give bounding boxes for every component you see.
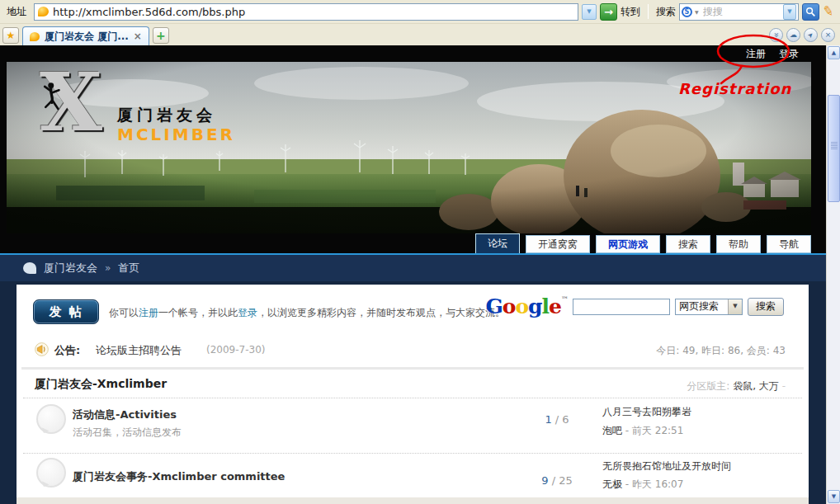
announcement-row: 公告: 论坛版主招聘公告 (2009-7-30) 今日: 49, 昨日: 86,…: [17, 336, 809, 365]
climber-silhouette-icon: [43, 82, 64, 115]
scrollbar-thumb[interactable]: [828, 95, 840, 202]
register-link[interactable]: 注册: [746, 47, 766, 61]
user-bar: 注册 登录: [7, 45, 819, 62]
registration-annotation-text: Registration: [678, 80, 791, 97]
logo-chinese-name: 厦门岩友会: [117, 105, 216, 126]
collapse-panel-button[interactable]: «: [769, 28, 783, 42]
last-post-info: 泡吧 - 前天 22:51: [602, 424, 683, 438]
pin-panel-button[interactable]: ➤: [804, 28, 818, 42]
forum-title-link[interactable]: 厦门岩友会事务-Xmclimber committee: [73, 469, 285, 484]
megaphone-icon: [35, 342, 49, 356]
section-divider: [21, 367, 804, 370]
site-favicon: [38, 7, 49, 16]
google-letter: G: [485, 294, 502, 318]
forum-stats: 今日: 49, 昨日: 86, 会员: 43: [656, 344, 786, 358]
magnifier-icon: [805, 7, 816, 17]
site-logo: X 厦门岩友会 MCLIMBER: [40, 70, 312, 169]
google-letter: o: [503, 294, 516, 318]
page-viewport: 注册 登录: [0, 45, 840, 504]
last-topic-link[interactable]: 无所畏抱石馆地址及开放时间: [602, 459, 731, 473]
tab-close-icon[interactable]: ×: [134, 31, 142, 41]
address-label: 地址: [2, 5, 31, 19]
nav-tab-forum[interactable]: 论坛: [475, 233, 520, 253]
soso-search-input[interactable]: [701, 5, 781, 18]
cloud-sync-button[interactable]: ☁: [786, 28, 800, 42]
collapse-toggle[interactable]: -: [782, 380, 786, 392]
browser-tab-active[interactable]: 厦门岩友会 厦门... ×: [22, 26, 149, 45]
announcement-link[interactable]: 论坛版主招聘公告: [96, 343, 182, 358]
category-moderators: 分区版主: 袋鼠, 大万 -: [687, 379, 786, 393]
google-scope-value: 网页搜索: [676, 299, 728, 313]
soso-history-dropdown-icon[interactable]: ▼: [783, 4, 796, 20]
panel-buttons: « ☁ ➤ ×: [769, 28, 835, 42]
category-header: 厦门岩友会-Xmclimber 分区版主: 袋鼠, 大万 -: [17, 370, 809, 397]
highlight-pencil-icon[interactable]: ✎: [822, 4, 835, 19]
new-post-button[interactable]: 发 帖: [33, 299, 99, 324]
welcome-pre: 你可以: [109, 307, 139, 318]
content-card: 发 帖 你可以注册一个帐号，并以此登录，以浏览更多精彩内容，并随时发布观点，与大…: [17, 285, 809, 504]
welcome-text: 你可以注册一个帐号，并以此登录，以浏览更多精彩内容，并随时发布观点，与大家交流。: [109, 306, 505, 320]
search-go-button[interactable]: [802, 3, 819, 21]
forum-title-link[interactable]: 活动信息-Activities: [73, 407, 177, 422]
close-panel-button[interactable]: ×: [821, 28, 835, 42]
google-search-button[interactable]: 搜索: [748, 298, 784, 316]
moderators-label: 分区版主:: [687, 380, 729, 392]
google-scope-select[interactable]: 网页搜索 ▼: [675, 299, 743, 315]
breadcrumb: 厦门岩友会 » 首页: [0, 255, 826, 281]
moderators-links[interactable]: 袋鼠, 大万: [733, 380, 779, 392]
google-search-input[interactable]: [573, 299, 670, 315]
welcome-login-link[interactable]: 登录: [238, 307, 257, 318]
favorites-star-button[interactable]: ★: [2, 27, 19, 44]
breadcrumb-page[interactable]: 首页: [118, 261, 139, 276]
soso-engine-dropdown-icon[interactable]: ▼: [695, 9, 699, 15]
go-button[interactable]: →: [600, 3, 617, 21]
login-link[interactable]: 登录: [779, 47, 799, 61]
scroll-down-button[interactable]: ▼: [828, 490, 840, 503]
last-topic-link[interactable]: 八月三号去阳朔攀岩: [602, 405, 691, 419]
breadcrumb-separator: »: [105, 262, 111, 274]
post-count: 25: [559, 474, 573, 487]
new-tab-button[interactable]: +: [153, 27, 169, 44]
last-post-info: 无极 - 昨天 16:07: [602, 478, 683, 492]
forum-row-committee: 厦门岩友会事务-Xmclimber committee 9 / 25 无所畏抱石…: [17, 455, 809, 497]
nav-tab-wowo[interactable]: 开通窝窝: [526, 235, 590, 253]
last-post-time: - 昨天 16:07: [625, 478, 684, 490]
last-post-author-link[interactable]: 无极: [602, 478, 622, 490]
last-post-author-link[interactable]: 泡吧: [602, 425, 622, 436]
breadcrumb-site-link[interactable]: 厦门岩友会: [44, 261, 97, 276]
nav-tab-help[interactable]: 帮助: [716, 235, 761, 253]
scroll-up-button[interactable]: ▲: [828, 46, 840, 59]
last-post-time: - 前天 22:51: [625, 425, 684, 436]
toolbar-separator: [648, 4, 649, 19]
address-bar[interactable]: http://xmclimber.5d6d.com/bbs.php: [34, 3, 578, 21]
forum-description: 活动召集，活动信息发布: [73, 426, 182, 440]
scrollbar-grip: [831, 145, 838, 146]
nav-tab-search[interactable]: 搜索: [666, 235, 710, 253]
google-logo: Google™: [485, 296, 568, 317]
vertical-scrollbar[interactable]: ▲ ▼: [826, 45, 840, 504]
site-nav-tabs: 论坛 开通窝窝 网页游戏 搜索 帮助 导航: [475, 233, 811, 253]
soso-search-box[interactable]: S ▼ ▼: [679, 3, 799, 21]
double-chevron-down-icon: «: [770, 32, 782, 37]
tab-title[interactable]: 厦门岩友会 厦门...: [45, 30, 129, 44]
count-separator: /: [552, 474, 555, 487]
nav-tab-navigation[interactable]: 导航: [767, 235, 811, 253]
logo-english-name: MCLIMBER: [117, 125, 235, 144]
next-section-strip: [17, 497, 809, 504]
welcome-post: ，以浏览更多精彩内容，并随时发布观点，与大家交流。: [257, 307, 505, 318]
url-text[interactable]: http://xmclimber.5d6d.com/bbs.php: [53, 6, 245, 18]
welcome-mid: 一个帐号，并以此: [158, 307, 238, 318]
google-tm: ™: [561, 295, 568, 304]
topic-count: 1: [545, 413, 551, 426]
google-letter: o: [515, 294, 528, 318]
google-letter: l: [542, 294, 550, 318]
address-dropdown-icon[interactable]: ▼: [582, 4, 597, 20]
go-label[interactable]: 转到: [621, 5, 640, 19]
category-title-link[interactable]: 厦门岩友会-Xmclimber: [35, 377, 167, 392]
tab-bar: ★ 厦门岩友会 厦门... × + « ☁ ➤ ×: [0, 24, 840, 45]
tab-favicon: [30, 32, 40, 41]
select-dropdown-icon[interactable]: ▼: [728, 299, 742, 314]
announcement-date: (2009-7-30): [206, 344, 265, 356]
welcome-register-link[interactable]: 注册: [139, 307, 158, 318]
nav-tab-webgames[interactable]: 网页游戏: [596, 235, 660, 253]
